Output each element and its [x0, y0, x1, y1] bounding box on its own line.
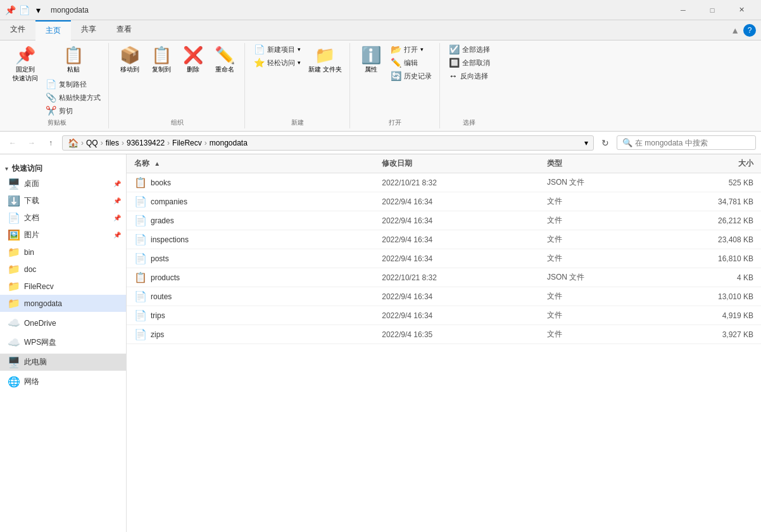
pin-indicator-2: 📌 [113, 197, 121, 204]
sidebar-item-desktop[interactable]: 🖥️ 桌面 📌 [0, 175, 126, 192]
up-button[interactable]: ↑ [43, 135, 58, 151]
select-none-button[interactable]: 🔲 全部取消 [446, 56, 493, 69]
paste-button[interactable]: 📋 粘贴 [43, 43, 103, 77]
properties-icon: ℹ️ [361, 46, 381, 65]
address-path[interactable]: 🏠 › QQ › files › 936139422 › FileRecv › … [62, 135, 594, 151]
dropdown-icon[interactable]: ▾ [33, 5, 43, 15]
delete-button[interactable]: ❌ 删除 [179, 43, 208, 77]
table-row[interactable]: 📄 posts 2022/9/4 16:34 文件 16,810 KB [127, 249, 761, 268]
table-row[interactable]: 📄 companies 2022/9/4 16:34 文件 34,781 KB [127, 192, 761, 211]
sidebar-item-wps[interactable]: ☁️ WPS网盘 [0, 334, 126, 351]
sidebar-item-network[interactable]: 🌐 网络 [0, 373, 126, 390]
quick-access-section: ▾ 快速访问 🖥️ 桌面 📌 ⬇️ 下载 📌 📄 文档 📌 🖼️ 图片 [0, 159, 126, 312]
history-button[interactable]: 🔄 历史记录 [388, 70, 434, 82]
back-button[interactable]: ← [5, 135, 20, 151]
history-label: 历史记录 [404, 71, 432, 81]
edit-button[interactable]: ✏️ 编辑 [388, 56, 434, 69]
file-list-header: 名称 ▲ 修改日期 类型 大小 [127, 154, 761, 173]
json-file-icon: 📋 [134, 176, 147, 189]
rename-label: 重命名 [215, 65, 234, 74]
pin-quickaccess-button[interactable]: 📌 固定到快速访问 [10, 43, 41, 85]
table-row[interactable]: 📄 inspections 2022/9/4 16:34 文件 23,408 K… [127, 230, 761, 249]
table-row[interactable]: 📋 products 2022/10/21 8:32 JSON 文件 4 KB [127, 268, 761, 287]
copy-paste-col: 📋 粘贴 📄 复制路径 📎 粘贴快捷方式 ✂️ [43, 43, 103, 117]
wps-icon: ☁️ [8, 337, 20, 349]
file-name-cell: 📋 books [134, 176, 382, 189]
cut-button[interactable]: ✂️ 剪切 [43, 104, 103, 117]
sidebar-item-bin[interactable]: 📁 bin [0, 244, 126, 261]
file-date: 2022/10/21 8:32 [382, 178, 547, 187]
rename-button[interactable]: ✏️ 重命名 [210, 43, 239, 77]
sidebar-item-doc[interactable]: 📁 doc [0, 261, 126, 278]
new-folder-button[interactable]: 📁 新建 文件夹 [306, 43, 344, 77]
select-all-button[interactable]: ☑️ 全部选择 [446, 43, 493, 56]
search-input[interactable] [635, 139, 736, 147]
open-content: ℹ️ 属性 📂 打开 ▾ ✏️ 编辑 🔄 历史记录 [356, 43, 434, 117]
ribbon-up-icon[interactable]: ▲ [731, 25, 739, 35]
mongodata-label: mongodata [24, 299, 62, 308]
tab-home[interactable]: 主页 [35, 20, 71, 40]
file-size: 34,781 KB [671, 197, 753, 206]
new-item-arrow: ▾ [298, 46, 301, 53]
maximize-button[interactable]: □ [698, 0, 727, 20]
copy-to-button[interactable]: 📋 复制到 [147, 43, 176, 77]
column-size[interactable]: 大小 [671, 158, 753, 169]
refresh-button[interactable]: ↻ [598, 135, 613, 151]
table-row[interactable]: 📋 books 2022/10/21 8:32 JSON 文件 525 KB [127, 173, 761, 192]
sidebar-item-thispc[interactable]: 🖥️ 此电脑 [0, 354, 126, 371]
sidebar-item-documents[interactable]: 📄 文档 📌 [0, 209, 126, 226]
documents-label: 文档 [24, 213, 39, 223]
file-date: 2022/9/4 16:34 [382, 235, 547, 244]
file-type: 文件 [547, 329, 671, 340]
file-type: 文件 [547, 215, 671, 226]
rename-icon: ✏️ [215, 46, 235, 65]
sidebar-item-downloads[interactable]: ⬇️ 下载 📌 [0, 192, 126, 209]
table-row[interactable]: 📄 zips 2022/9/4 16:35 文件 3,927 KB [127, 325, 761, 344]
column-date[interactable]: 修改日期 [382, 158, 547, 169]
sidebar-item-pictures[interactable]: 🖼️ 图片 📌 [0, 226, 126, 244]
file-name-cell: 📄 trips [134, 309, 382, 321]
file-size: 23,408 KB [671, 235, 753, 244]
properties-button[interactable]: ℹ️ 属性 [356, 43, 386, 77]
forward-button[interactable]: → [24, 135, 39, 151]
path-mongodata: mongodata [210, 139, 248, 147]
tab-view[interactable]: 查看 [106, 20, 142, 40]
ribbon-content: 📌 固定到快速访问 📋 粘贴 📄 复制路径 📎 [0, 40, 761, 131]
tab-file[interactable]: 文件 [0, 20, 35, 40]
paste-shortcut-icon: 📎 [46, 92, 56, 102]
organize-label: 组织 [171, 118, 184, 128]
tab-share[interactable]: 共享 [71, 20, 106, 40]
copy-button[interactable]: 📄 复制路径 [43, 78, 103, 90]
close-button[interactable]: ✕ [727, 0, 756, 20]
sidebar-item-mongodata[interactable]: 📁 mongodata [0, 295, 126, 312]
table-row[interactable]: 📄 grades 2022/9/4 16:34 文件 26,212 KB [127, 211, 761, 230]
ribbon-group-clipboard: 📌 固定到快速访问 📋 粘贴 📄 复制路径 📎 [5, 43, 109, 128]
invert-select-button[interactable]: ↔️ 反向选择 [446, 70, 493, 82]
easy-access-button[interactable]: ⭐ 轻松访问 ▾ [251, 56, 303, 69]
history-icon: 🔄 [391, 71, 401, 81]
quick-access-header[interactable]: ▾ 快速访问 [0, 159, 126, 175]
file-name-cell: 📄 zips [134, 328, 382, 340]
select-all-label: 全部选择 [462, 45, 490, 54]
sidebar-item-onedrive[interactable]: ☁️ OneDrive [0, 314, 126, 331]
file-name-cell: 📄 inspections [134, 233, 382, 245]
column-name[interactable]: 名称 ▲ [134, 158, 382, 169]
help-icon[interactable]: ? [743, 24, 756, 37]
move-to-button[interactable]: 📦 移动到 [115, 43, 144, 77]
paste-shortcut-button[interactable]: 📎 粘贴快捷方式 [43, 91, 103, 104]
file-type: 文件 [547, 310, 671, 321]
open-icon: 📂 [391, 44, 401, 54]
column-type[interactable]: 类型 [547, 158, 671, 169]
new-item-button[interactable]: 📄 新建项目 ▾ [251, 43, 303, 56]
path-dropdown-icon[interactable]: ▾ [584, 139, 588, 147]
filerecv-folder-icon: 📁 [8, 280, 20, 292]
open-button[interactable]: 📂 打开 ▾ [388, 43, 434, 56]
minimize-button[interactable]: ─ [669, 0, 698, 20]
edit-label: 编辑 [404, 58, 418, 68]
paste-icon: 📋 [63, 46, 84, 65]
table-row[interactable]: 📄 routes 2022/9/4 16:34 文件 13,010 KB [127, 287, 761, 306]
sidebar-item-filerecv[interactable]: 📁 FileRecv [0, 278, 126, 295]
search-icon: 🔍 [622, 138, 632, 147]
table-row[interactable]: 📄 trips 2022/9/4 16:34 文件 4,919 KB [127, 306, 761, 325]
file-name: zips [151, 330, 164, 339]
